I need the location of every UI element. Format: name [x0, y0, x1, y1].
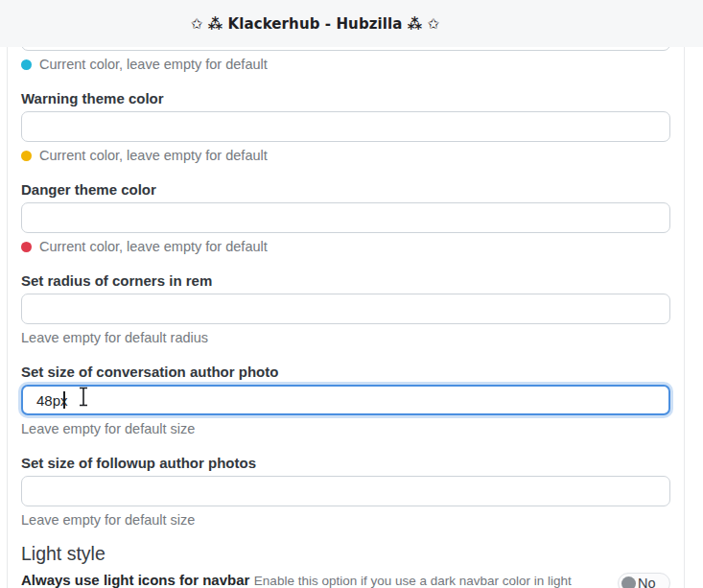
- page-header: ✩ ⁂ Klackerhub - Hubzilla ⁂ ✩: [0, 0, 703, 47]
- info-color-help: Current color, leave empty for default: [21, 57, 670, 72]
- light-icons-toggle[interactable]: No: [618, 573, 670, 588]
- followup-photo-size-label: Set size of followup author photos: [21, 455, 670, 472]
- help-text: Leave empty for default size: [21, 421, 195, 436]
- conversation-photo-size-help: Leave empty for default size: [21, 421, 670, 436]
- help-text: Leave empty for default radius: [21, 330, 208, 345]
- field-corner-radius: [21, 294, 670, 324]
- conversation-photo-size-label: Set size of conversation author photo: [21, 364, 670, 381]
- help-text: Leave empty for default size: [21, 512, 195, 528]
- help-text: Current color, leave empty for default: [39, 239, 268, 254]
- light-icons-setting-row: Always use light icons for navbar Enable…: [21, 571, 670, 588]
- toggle-knob-icon: [621, 576, 636, 588]
- corner-radius-input[interactable]: [21, 294, 670, 324]
- danger-theme-color-input[interactable]: [21, 202, 670, 233]
- corner-radius-help: Leave empty for default radius: [21, 330, 670, 345]
- warning-theme-color-input[interactable]: [21, 111, 670, 142]
- followup-photo-size-help: Leave empty for default size: [21, 512, 670, 528]
- conversation-photo-size-input[interactable]: [21, 385, 670, 415]
- warning-color-label: Warning theme color: [21, 90, 670, 107]
- toggle-value-label: No: [638, 576, 656, 588]
- danger-color-help: Current color, leave empty for default: [21, 239, 670, 254]
- corner-radius-label: Set radius of corners in rem: [21, 272, 670, 290]
- followup-photo-size-input[interactable]: [21, 476, 670, 506]
- field-conversation-photo-size: [21, 385, 670, 415]
- warning-color-help: Current color, leave empty for default: [21, 148, 670, 163]
- field-warning-color: [21, 111, 670, 142]
- page-title: ✩ ⁂ Klackerhub - Hubzilla ⁂ ✩: [191, 15, 440, 33]
- settings-form: Current color, leave empty for default W…: [8, 20, 684, 588]
- danger-color-label: Danger theme color: [21, 181, 670, 199]
- section-heading-light-style: Light style: [21, 541, 670, 566]
- light-icons-text: Always use light icons for navbar Enable…: [21, 571, 606, 588]
- light-icons-description: Enable this option if you use a dark nav…: [254, 574, 572, 588]
- field-danger-color: [21, 202, 670, 233]
- warning-color-dot: [21, 151, 32, 161]
- field-followup-photo-size: [21, 476, 670, 506]
- help-text: Current color, leave empty for default: [39, 57, 268, 72]
- info-color-dot: [21, 59, 32, 70]
- help-text: Current color, leave empty for default: [39, 148, 268, 163]
- settings-panel: Current color, leave empty for default W…: [7, 47, 685, 588]
- danger-color-dot: [21, 242, 32, 252]
- text-caret: [63, 391, 65, 409]
- light-icons-label: Always use light icons for navbar: [21, 572, 249, 588]
